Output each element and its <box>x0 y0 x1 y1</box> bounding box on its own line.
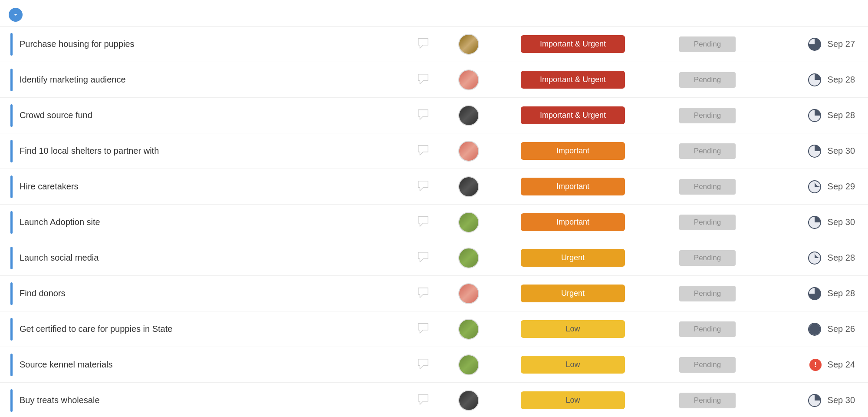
comment-icon[interactable] <box>417 322 430 337</box>
table-row[interactable]: Launch Adoption site Important Pending S… <box>0 205 868 240</box>
priority-badge: Urgent <box>521 285 625 302</box>
status-badge: Pending <box>679 215 736 230</box>
task-name: Source kennel materials <box>20 360 410 370</box>
comment-icon[interactable] <box>417 286 430 301</box>
task-name-cell: Crowd source fund <box>9 104 434 127</box>
owner-cell <box>434 70 503 90</box>
date-value: Sep 28 <box>828 110 855 120</box>
table-row[interactable]: Purchase housing for puppies Important &… <box>0 26 868 62</box>
comment-icon[interactable] <box>417 108 430 123</box>
table-row[interactable]: Identify marketing audience Important & … <box>0 62 868 98</box>
status-badge: Pending <box>679 143 736 159</box>
clock-icon <box>808 73 822 87</box>
task-name-cell: Identify marketing audience <box>9 69 434 91</box>
task-name-cell: Buy treats wholesale <box>9 389 434 412</box>
date-cell: ! Sep 24 <box>773 359 859 371</box>
task-name-cell: Launch Adoption site <box>9 211 434 234</box>
priority-badge: Important & Urgent <box>521 71 625 89</box>
table-row[interactable]: Find donors Urgent Pending Sep 28 <box>0 276 868 311</box>
priority-badge: Important <box>521 178 625 195</box>
comment-icon[interactable] <box>417 357 430 372</box>
priority-cell: Important & Urgent <box>503 35 642 53</box>
task-name-cell: Purchase housing for puppies <box>9 33 434 56</box>
priority-badge: Important & Urgent <box>521 106 625 124</box>
priority-bar <box>10 282 13 305</box>
status-cell: Pending <box>642 286 773 301</box>
priority-bar <box>10 33 13 56</box>
comment-icon[interactable] <box>417 393 430 408</box>
status-badge: Pending <box>679 321 736 337</box>
avatar <box>458 283 479 304</box>
comment-icon[interactable] <box>417 144 430 159</box>
date-value: Sep 28 <box>828 288 855 298</box>
comment-icon[interactable] <box>417 37 430 52</box>
status-cell: Pending <box>642 250 773 266</box>
clock-icon <box>808 251 822 265</box>
chevron-down-icon[interactable] <box>9 8 23 22</box>
status-badge: Pending <box>679 179 736 195</box>
table-row[interactable]: Crowd source fund Important & Urgent Pen… <box>0 98 868 133</box>
table-row[interactable]: Find 10 local shelters to partner with I… <box>0 133 868 169</box>
comment-icon[interactable] <box>417 179 430 194</box>
priority-cell: Low <box>503 356 642 374</box>
svg-point-9 <box>809 324 820 335</box>
avatar <box>458 248 479 268</box>
priority-cell: Low <box>503 391 642 409</box>
date-value: Sep 26 <box>828 324 855 334</box>
alert-icon: ! <box>809 359 822 371</box>
status-cell: Pending <box>642 357 773 373</box>
task-name: Identify marketing audience <box>20 75 410 85</box>
clock-icon <box>808 394 822 407</box>
task-name-cell: Find 10 local shelters to partner with <box>9 140 434 162</box>
status-cell: Pending <box>642 321 773 337</box>
comment-icon[interactable] <box>417 73 430 87</box>
date-value: Sep 28 <box>828 75 855 85</box>
priority-bar <box>10 318 13 341</box>
task-name: Get certified to care for puppies in Sta… <box>20 324 410 334</box>
date-cell: Sep 30 <box>773 144 859 158</box>
status-cell: Pending <box>642 36 773 52</box>
section-header <box>0 0 868 26</box>
comment-icon[interactable] <box>417 215 430 230</box>
priority-bar <box>10 354 13 376</box>
date-value: Sep 30 <box>828 146 855 156</box>
clock-icon <box>808 215 822 229</box>
owner-cell <box>434 283 503 304</box>
avatar <box>458 390 479 411</box>
table-row[interactable]: Buy treats wholesale Low Pending Sep 30 <box>0 383 868 417</box>
table-row[interactable]: Source kennel materials Low Pending ! Se… <box>0 347 868 383</box>
status-badge: Pending <box>679 393 736 408</box>
priority-bar <box>10 211 13 234</box>
owner-cell <box>434 212 503 233</box>
table-row[interactable]: Launch social media Urgent Pending Sep 2… <box>0 240 868 276</box>
date-value: Sep 30 <box>828 395 855 405</box>
task-name: Crowd source fund <box>20 110 410 120</box>
table-row[interactable]: Hire caretakers Important Pending Sep 29 <box>0 169 868 205</box>
task-name-cell: Hire caretakers <box>9 175 434 198</box>
clock-icon <box>808 37 822 51</box>
priority-bar <box>10 69 13 91</box>
clock-icon <box>808 322 822 336</box>
status-badge: Pending <box>679 72 736 88</box>
clock-icon <box>808 109 822 122</box>
status-badge: Pending <box>679 36 736 52</box>
date-cell: Sep 26 <box>773 322 859 336</box>
owner-cell <box>434 354 503 375</box>
status-cell: Pending <box>642 143 773 159</box>
avatar <box>458 176 479 197</box>
owner-cell <box>434 176 503 197</box>
date-value: Sep 24 <box>828 360 855 370</box>
owner-cell <box>434 105 503 126</box>
priority-cell: Important <box>503 178 642 195</box>
priority-cell: Important & Urgent <box>503 71 642 89</box>
avatar <box>458 105 479 126</box>
priority-cell: Important <box>503 213 642 231</box>
table-row[interactable]: Get certified to care for puppies in Sta… <box>0 311 868 347</box>
date-cell: Sep 29 <box>773 180 859 194</box>
priority-cell: Important <box>503 142 642 160</box>
task-name: Buy treats wholesale <box>20 395 410 405</box>
date-value: Sep 27 <box>828 39 855 49</box>
status-badge: Pending <box>679 250 736 266</box>
task-name: Find donors <box>20 288 410 298</box>
comment-icon[interactable] <box>417 251 430 265</box>
